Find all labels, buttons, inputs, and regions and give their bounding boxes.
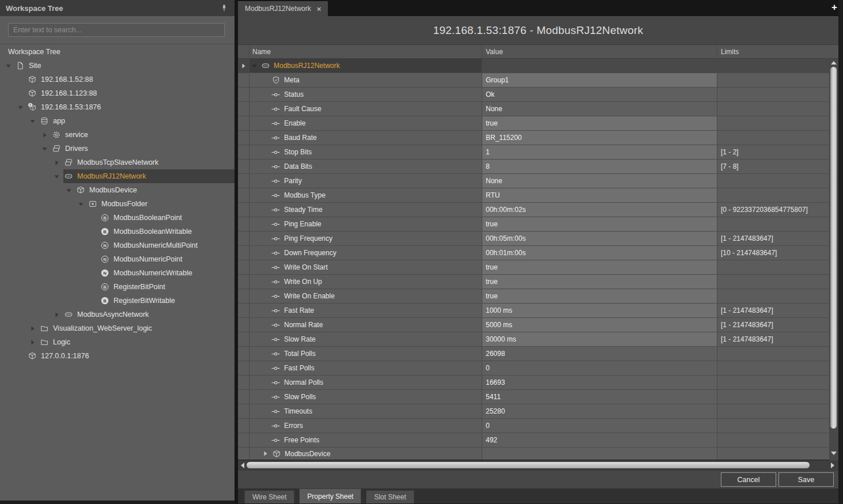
chevron-down-icon[interactable] [53,173,60,179]
tree-item-drivers[interactable]: Drivers [0,142,235,156]
tree-item-modbusfolder[interactable]: ModbusFolder [0,197,235,211]
value-cell[interactable]: true [482,217,717,231]
property-row-steady-time[interactable]: Steady Time00h:00m:02s[0 - 9223372036854… [238,203,829,217]
search-input[interactable] [8,23,225,37]
tree-item-modbusnumericpoint[interactable]: NModbusNumericPoint [0,252,235,266]
row-expander[interactable] [238,59,250,73]
scroll-up-icon[interactable] [831,61,837,65]
chevron-down-icon[interactable] [17,104,24,110]
horizontal-scrollbar[interactable] [238,460,838,470]
property-row-normal-polls[interactable]: Normal Polls16693 [238,376,829,390]
property-row-down-frequency[interactable]: Down Frequency00h:01m:00s[10 - 214748364… [238,246,829,260]
property-row-meta[interactable]: MetaGroup1 [238,73,829,88]
scroll-left-icon[interactable] [241,463,244,468]
value-cell[interactable]: 30000 ms [482,332,717,346]
tree-item-registerbitpoint[interactable]: BRegisterBitPoint [0,280,235,294]
tree-item-192-168-1-52-88[interactable]: 192.168.1.52:88 [0,73,235,86]
chevron-down-icon[interactable] [252,63,257,69]
property-row-baud-rate[interactable]: Baud RateBR_115200 [238,131,829,145]
value-cell[interactable]: 00h:00m:02s [482,203,717,217]
close-icon[interactable]: × [317,5,322,13]
property-row-slow-rate[interactable]: Slow Rate30000 ms[1 - 2147483647] [238,332,829,347]
tab-slot-sheet[interactable]: Slot Sheet [366,490,414,503]
property-row-status[interactable]: StatusOk [238,88,829,102]
value-cell[interactable]: true [482,289,717,303]
tree-item-modbusbooleanwritable[interactable]: BModbusBooleanWritable [0,225,235,238]
property-row-total-polls[interactable]: Total Polls26098 [238,347,829,361]
tree-item-192-168-1-53-1876[interactable]: !192.168.1.53:1876 [0,100,235,114]
value-cell[interactable]: true [482,116,717,130]
scroll-down-icon[interactable] [831,452,837,455]
tree-item-site[interactable]: Site [0,59,235,73]
value-cell[interactable]: true [482,275,717,289]
property-row-errors[interactable]: Errors0 [238,419,829,433]
chevron-right-icon[interactable] [53,160,60,165]
value-cell[interactable]: 00h:05m:00s [482,232,717,245]
property-row-write-on-enable[interactable]: Write On Enabletrue [238,289,829,304]
tab-wire-sheet[interactable]: Wire Sheet [244,490,294,503]
chevron-down-icon[interactable] [29,118,36,124]
property-row-free-points[interactable]: Free Points492 [238,433,829,448]
tree-item-modbusrj12network[interactable]: ModbusRJ12Network [0,169,235,183]
property-row-modbusdevice[interactable]: ModbusDevice [238,448,829,460]
tree-item-app[interactable]: app [0,114,235,128]
property-row-data-bits[interactable]: Data Bits8[7 - 8] [238,160,829,174]
property-row-enable[interactable]: Enabletrue [238,116,829,131]
property-row-write-on-up[interactable]: Write On Uptrue [238,275,829,289]
property-row-timeouts[interactable]: Timeouts25280 [238,404,829,419]
property-row-parity[interactable]: ParityNone [238,174,829,188]
save-button[interactable]: Save [778,472,834,487]
value-cell[interactable]: BR_115200 [482,131,717,145]
chevron-right-icon[interactable] [53,312,60,317]
tree-item-192-168-1-123-88[interactable]: 192.168.1.123:88 [0,86,235,100]
vertical-scrollbar[interactable] [829,59,838,460]
chevron-right-icon[interactable] [29,339,36,345]
value-cell[interactable]: RTU [482,188,717,202]
tree-item-modbusdevice[interactable]: ModbusDevice [0,183,235,197]
property-row-stop-bits[interactable]: Stop Bits1[1 - 2] [238,145,829,160]
property-row-normal-rate[interactable]: Normal Rate5000 ms[1 - 2147483647] [238,318,829,332]
tab-modbusrj12network[interactable]: ModbusRJ12Network × [238,1,328,16]
tree-item-modbusnumericwritable[interactable]: NModbusNumericWritable [0,266,235,280]
property-row-write-on-start[interactable]: Write On Starttrue [238,260,829,275]
value-cell[interactable]: 8 [482,160,717,173]
value-cell[interactable]: 1 [482,145,717,159]
horizontal-scroll-thumb[interactable] [247,462,810,468]
add-tab-button[interactable]: + [828,2,841,13]
vertical-scroll-thumb[interactable] [830,67,837,429]
property-row-fast-polls[interactable]: Fast Polls0 [238,361,829,376]
tree-item-modbusasyncnetwork[interactable]: ModbusAsyncNetwork [0,308,235,321]
tree-item-logic[interactable]: Logic [0,335,235,349]
property-row-ping-enable[interactable]: Ping Enabletrue [238,217,829,232]
chevron-down-icon[interactable] [77,201,84,207]
tree-item-visualization-webserver-logic[interactable]: Visualization_WebServer_logic [0,321,235,335]
property-row-fault-cause[interactable]: Fault CauseNone [238,102,829,116]
tree-item-registerbitwritable[interactable]: BRegisterBitWritable [0,294,235,308]
tree-item-service[interactable]: service [0,128,235,142]
tree-item-127-0-0-1-1876[interactable]: 127.0.0.1:1876 [0,349,235,363]
chevron-down-icon[interactable] [5,63,12,69]
value-cell[interactable]: 5000 ms [482,318,717,332]
tree-item-modbusbooleanpoint[interactable]: BModbusBooleanPoint [0,211,235,225]
property-row-slow-polls[interactable]: Slow Polls5411 [238,390,829,404]
chevron-down-icon[interactable] [41,146,48,151]
tab-property-sheet[interactable]: Property Sheet [299,488,361,503]
value-cell[interactable]: 00h:01m:00s [482,246,717,260]
scroll-right-icon[interactable] [831,463,834,468]
value-cell[interactable]: true [482,260,717,274]
tree-item-modbustcpslavenetwork[interactable]: ModbusTcpSlaveNetwork [0,156,235,169]
chevron-right-icon[interactable] [29,325,36,331]
cancel-button[interactable]: Cancel [721,472,776,487]
value-cell[interactable]: 1000 ms [482,304,717,317]
property-row-modbusrj12network[interactable]: ModbusRJ12Network [238,59,829,73]
property-row-fast-rate[interactable]: Fast Rate1000 ms[1 - 2147483647] [238,304,829,318]
chevron-down-icon[interactable] [65,187,72,193]
value-cell[interactable]: None [482,174,717,188]
property-row-ping-frequency[interactable]: Ping Frequency00h:05m:00s[1 - 2147483647… [238,232,829,246]
chevron-right-icon[interactable] [41,132,48,138]
tree-item-modbusnumericmultipoint[interactable]: NModbusNumericMultiPoint [0,238,235,252]
value-cell[interactable]: Group1 [482,73,717,87]
property-row-modbus-type[interactable]: Modbus TypeRTU [238,188,829,203]
chevron-right-icon[interactable] [263,451,268,456]
pin-icon[interactable] [220,3,229,13]
